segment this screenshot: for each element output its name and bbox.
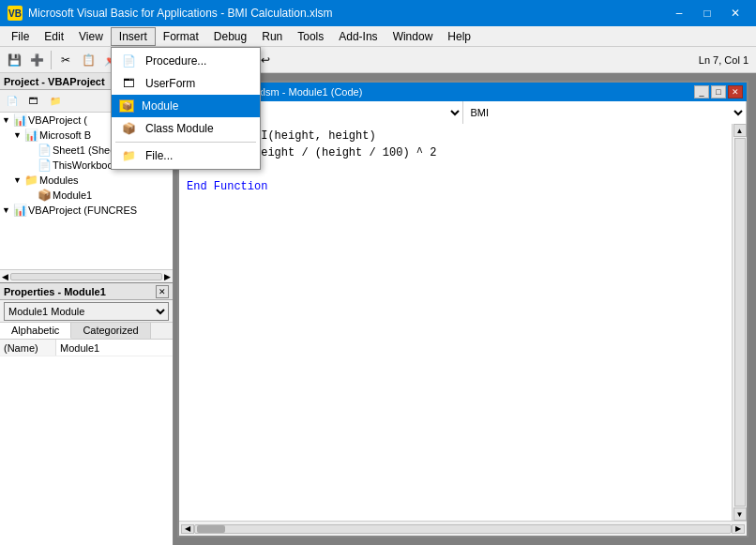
- project-icon: 📊: [13, 114, 28, 127]
- properties-table: (Name) Module1: [0, 340, 173, 545]
- menu-bar: File Edit View Insert Format Debug Run T…: [0, 26, 756, 47]
- tree-label: Modules: [39, 174, 79, 186]
- module-label: Module: [142, 99, 178, 113]
- expand-icon: ▼: [2, 205, 13, 215]
- toolbar-sep1: [51, 51, 52, 69]
- module-icon: 📦: [119, 99, 134, 113]
- scroll-right-arrow[interactable]: ▶: [162, 272, 173, 281]
- procedure-icon: 📄: [119, 53, 138, 68]
- expand-icon: ▼: [13, 130, 24, 140]
- tree-label: Module1: [53, 189, 92, 201]
- toolbar-add[interactable]: ➕: [26, 50, 47, 70]
- properties-module-row: Module1 Module: [0, 300, 173, 323]
- properties-panel-close[interactable]: ✕: [156, 285, 169, 298]
- insert-dropdown-menu: 📄 Procedure... 🗔 UserForm 📦 Module 📦 Cla…: [111, 47, 261, 170]
- tree-item-modules[interactable]: ▼ 📁 Modules: [0, 173, 173, 188]
- menu-run[interactable]: Run: [254, 27, 290, 46]
- keyword-end: End Function: [187, 180, 267, 193]
- scroll-down-arrow[interactable]: ▼: [733, 507, 747, 521]
- scroll-up-arrow[interactable]: ▲: [733, 124, 747, 137]
- scroll-track-h[interactable]: [194, 524, 732, 534]
- code-win-maximize[interactable]: □: [711, 85, 726, 98]
- menu-userform[interactable]: 🗔 UserForm: [112, 72, 260, 95]
- userform-label: UserForm: [145, 77, 195, 90]
- userform-icon: 🗔: [119, 76, 138, 91]
- tree-label: VBAProject (: [28, 114, 87, 126]
- properties-panel: Properties - Module1 ✕ Module1 Module Al…: [0, 282, 173, 545]
- menu-file[interactable]: 📁 File...: [112, 144, 260, 167]
- close-button[interactable]: ✕: [722, 3, 748, 23]
- toolbar-cut[interactable]: ✂: [55, 50, 76, 70]
- file-label: File...: [145, 149, 173, 162]
- toolbar-save[interactable]: 💾: [4, 50, 24, 70]
- dropdown-separator: [115, 142, 256, 143]
- tree-label: Microsoft B: [39, 129, 91, 141]
- menu-module[interactable]: 📦 Module: [112, 95, 260, 117]
- tree-label: ThisWorkbook: [53, 159, 118, 171]
- tree-item-funcres[interactable]: ▼ 📊 VBAProject (FUNCRES: [0, 203, 173, 218]
- code-win-controls: _ □ ✕: [694, 85, 743, 98]
- file-icon: 📁: [119, 148, 138, 163]
- menu-tools[interactable]: Tools: [290, 27, 331, 46]
- menu-help[interactable]: Help: [440, 27, 478, 46]
- code-win-minimize[interactable]: _: [694, 85, 709, 98]
- scroll-thumb-h: [197, 525, 225, 533]
- menu-format[interactable]: Format: [156, 27, 206, 46]
- maximize-button[interactable]: □: [694, 3, 720, 23]
- module-select[interactable]: Module1 Module: [4, 302, 169, 321]
- menu-edit[interactable]: Edit: [37, 27, 71, 46]
- project-scrollbar[interactable]: ◀ ▶: [0, 269, 173, 282]
- tab-categorized[interactable]: Categorized: [71, 323, 150, 339]
- modules-icon: 📁: [24, 174, 39, 187]
- expand-icon: ▼: [13, 175, 24, 185]
- title-bar: VB Microsoft Visual Basic for Applicatio…: [0, 0, 756, 26]
- scroll-left-code[interactable]: ◀: [181, 524, 194, 534]
- menu-debug[interactable]: Debug: [206, 27, 254, 46]
- properties-panel-title: Properties - Module1: [4, 286, 106, 297]
- tree-item-module1[interactable]: 📦 Module1: [0, 188, 173, 203]
- app-icon: VB: [8, 6, 23, 21]
- code-line-2: BMI = weight / (height / 100) ^ 2: [187, 144, 724, 161]
- title-bar-text: Microsoft Visual Basic for Applications …: [28, 7, 333, 20]
- workbook-icon: 📄: [38, 159, 53, 172]
- code-line-4: End Function: [187, 178, 724, 195]
- code-area[interactable]: Function BMI(height, height) BMI = weigh…: [179, 124, 732, 521]
- funcres-icon: 📊: [13, 204, 28, 217]
- code-window-title-bar: BMI Calculation.xlsm - Module1 (Code) _ …: [179, 83, 747, 101]
- prop-name-label: (Name): [0, 340, 56, 356]
- scroll-right-code[interactable]: ▶: [732, 524, 745, 534]
- bmi-select[interactable]: BMI: [463, 101, 748, 124]
- menu-file[interactable]: File: [4, 27, 37, 46]
- vertical-scrollbar[interactable]: ▲ ▼: [732, 124, 747, 521]
- proj-view-code[interactable]: 📄: [2, 91, 23, 112]
- menu-insert[interactable]: Insert: [111, 27, 156, 46]
- sheet-icon: 📄: [38, 144, 53, 157]
- tree-label: VBAProject (FUNCRES: [28, 204, 137, 216]
- class-module-label: Class Module: [145, 122, 214, 135]
- menu-addins[interactable]: Add-Ins: [331, 27, 385, 46]
- menu-view[interactable]: View: [71, 27, 111, 46]
- class-module-icon: 📦: [119, 121, 138, 136]
- tab-alphabetic[interactable]: Alphabetic: [0, 323, 71, 339]
- toolbar-copy[interactable]: 📋: [78, 50, 98, 70]
- title-bar-controls: – □ ✕: [666, 3, 748, 23]
- properties-tabs: Alphabetic Categorized: [0, 323, 173, 340]
- code-win-close[interactable]: ✕: [728, 85, 743, 98]
- proj-view-object[interactable]: 🗔: [23, 91, 44, 112]
- code-line-1: Function BMI(height, height): [187, 128, 724, 144]
- menu-window[interactable]: Window: [386, 27, 441, 46]
- toolbar-position: Ln 7, Col 1: [695, 54, 752, 66]
- module-icon: 📦: [38, 189, 53, 202]
- minimize-button[interactable]: –: [666, 3, 692, 23]
- procedure-label: Procedure...: [145, 54, 206, 68]
- project-panel-title: Project - VBAProject: [4, 76, 105, 87]
- menu-class-module[interactable]: 📦 Class Module: [112, 117, 260, 140]
- properties-panel-header: Properties - Module1 ✕: [0, 283, 173, 300]
- horizontal-scrollbar[interactable]: ◀ ▶: [179, 521, 747, 536]
- scroll-left-arrow[interactable]: ◀: [0, 272, 10, 281]
- code-window: BMI Calculation.xlsm - Module1 (Code) _ …: [177, 81, 748, 537]
- prop-row-name: (Name) Module1: [0, 340, 173, 356]
- scroll-track-vertical[interactable]: [734, 138, 746, 507]
- proj-toggle-folders[interactable]: 📁: [45, 91, 66, 112]
- menu-procedure[interactable]: 📄 Procedure...: [112, 50, 260, 72]
